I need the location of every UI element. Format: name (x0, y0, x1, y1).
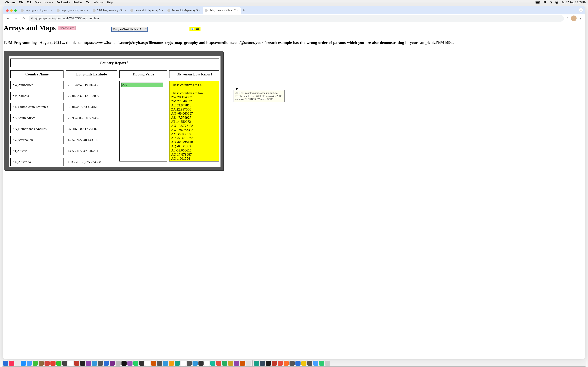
browser-tab[interactable]: Using Javascript Map C× (203, 7, 241, 14)
browser-tab[interactable]: RJM Programming - Sc× (91, 7, 128, 14)
close-tab-icon[interactable]: × (237, 9, 239, 12)
tab-title: Javascript Map Array S (172, 9, 198, 12)
browser-tab[interactable]: Javascript Map Array S× (128, 7, 165, 14)
new-tab-button[interactable]: + (241, 8, 246, 14)
menu-tab[interactable]: Tab (86, 1, 90, 4)
fullscreen-window-icon[interactable] (14, 9, 17, 12)
tipping-column (120, 81, 167, 161)
tab-title: RJM Programming - Sc (97, 9, 123, 12)
address-bar[interactable]: ⚙ rjmprogramming.com.au/HTMLCSS/map_test… (29, 15, 294, 22)
favicon-icon (57, 9, 60, 12)
browser-tab[interactable]: rjmprogramming.com.× (55, 7, 91, 14)
country-cell[interactable]: ZA,South Africa (10, 114, 63, 122)
menu-profiles[interactable]: Profiles (73, 1, 82, 4)
longlat-cell[interactable]: 47.576927,40.143105 (66, 136, 117, 144)
sql-tooltip: SELECT country,name,longitude,latitude F… (233, 90, 285, 102)
reload-button[interactable]: ⟳ (21, 16, 26, 21)
close-tab-icon[interactable]: × (87, 9, 88, 12)
tipping-value-input[interactable] (121, 83, 163, 87)
country-cell[interactable]: ZM,Zambia (10, 92, 63, 100)
close-tab-icon[interactable]: × (162, 9, 163, 12)
menu-bookmarks[interactable]: Bookmarks (57, 1, 70, 4)
google-chart-select[interactable]: Google Chart display of ... (111, 27, 148, 32)
favicon-icon (167, 9, 170, 12)
page-title: Arrays and Maps (4, 24, 56, 32)
close-window-icon[interactable] (6, 9, 9, 12)
longlat-cell[interactable]: 14.550072,47.516231 (66, 147, 117, 155)
credits-text: RJM Programming - August, 2024 ... thank… (4, 40, 294, 45)
longlat-cell[interactable]: 133.775136,-25.274398 (66, 158, 117, 166)
col-header-tipping: Tipping Value (120, 70, 167, 78)
menu-file[interactable]: File (19, 1, 23, 4)
country-cell[interactable]: AT,Austria (10, 147, 63, 155)
close-tab-icon[interactable]: × (124, 9, 126, 12)
longlat-cell[interactable]: -69.060087,12.226079 (66, 125, 117, 133)
menu-edit[interactable]: Edit (27, 1, 31, 4)
country-cell[interactable]: AE,United Arab Emirates (10, 103, 63, 111)
table-caption: Country Report++ (10, 58, 219, 67)
browser-tab[interactable]: rjmprogramming.com.× (19, 7, 55, 14)
favicon-icon (21, 9, 24, 12)
favicon-icon (130, 9, 133, 12)
tab-bar: rjmprogramming.com.×rjmprogramming.com.×… (3, 6, 294, 14)
menu-history[interactable]: History (44, 1, 53, 4)
menu-window[interactable]: Window (94, 1, 103, 4)
window-controls[interactable] (4, 9, 19, 14)
menu-view[interactable]: View (35, 1, 41, 4)
chrome-window: rjmprogramming.com.×rjmprogramming.com.×… (3, 6, 294, 184)
favicon-icon (205, 9, 208, 12)
action-emoji-buttons[interactable]: 📧 📟 (190, 27, 200, 31)
browser-tab[interactable]: Javascript Map Array S× (165, 7, 203, 14)
close-tab-icon[interactable]: × (51, 9, 53, 12)
longlat-cell[interactable]: 22.937506,-30.559482 (66, 114, 117, 122)
country-cell[interactable]: ZW,Zimbabwe (10, 81, 63, 89)
app-name[interactable]: Chrome (5, 1, 15, 4)
col-header-country: Country,Name (10, 70, 63, 78)
minimize-window-icon[interactable] (10, 9, 13, 12)
tab-title: rjmprogramming.com. (25, 9, 50, 12)
page-viewport: Arrays and Maps Choose files Google Char… (3, 23, 294, 184)
favicon-icon (93, 9, 95, 12)
tab-title: rjmprogramming.com. (61, 9, 86, 12)
tab-title: Javascript Map Array S (134, 9, 161, 12)
choose-files-button[interactable]: Choose files (58, 26, 76, 30)
longlat-cell[interactable]: 53.847818,23.424076 (66, 103, 117, 111)
back-button[interactable]: ← (5, 16, 11, 21)
macos-menubar: Chrome File Edit View History Bookmarks … (0, 0, 294, 5)
toolbar: ← → ⟳ ⚙ rjmprogramming.com.au/HTMLCSS/ma… (3, 14, 294, 23)
forward-button[interactable]: → (13, 16, 19, 21)
close-tab-icon[interactable]: × (199, 9, 201, 12)
country-column: ZW,ZimbabweZM,ZambiaAE,United Arab Emira… (10, 81, 63, 166)
ok-low-report: These countrys are Ok:These countrys are… (169, 81, 219, 161)
longlat-cell[interactable]: 27.849332,-13.133897 (66, 92, 117, 100)
country-cell[interactable]: AU,Australia (10, 158, 63, 166)
tab-title: Using Javascript Map C (209, 9, 236, 12)
country-cell[interactable]: AZ,Azerbaijan (10, 136, 63, 144)
country-cell[interactable]: AN,Netherlands Antilles (10, 125, 63, 133)
col-header-longlat: Longitude,Latitude (66, 70, 117, 78)
col-header-report: Ok versus Low Report (169, 70, 219, 78)
menu-help[interactable]: Help (107, 1, 113, 4)
report-panel: Country Report++ Country,Name Longitude,… (4, 51, 223, 170)
url-text: rjmprogramming.com.au/HTMLCSS/map_test.h… (35, 17, 99, 20)
longlat-cell[interactable]: 29.154857,-19.015438 (66, 81, 117, 89)
longlat-column: 29.154857,-19.01543827.849332,-13.133897… (66, 81, 117, 166)
site-settings-icon[interactable]: ⚙ (31, 17, 33, 20)
